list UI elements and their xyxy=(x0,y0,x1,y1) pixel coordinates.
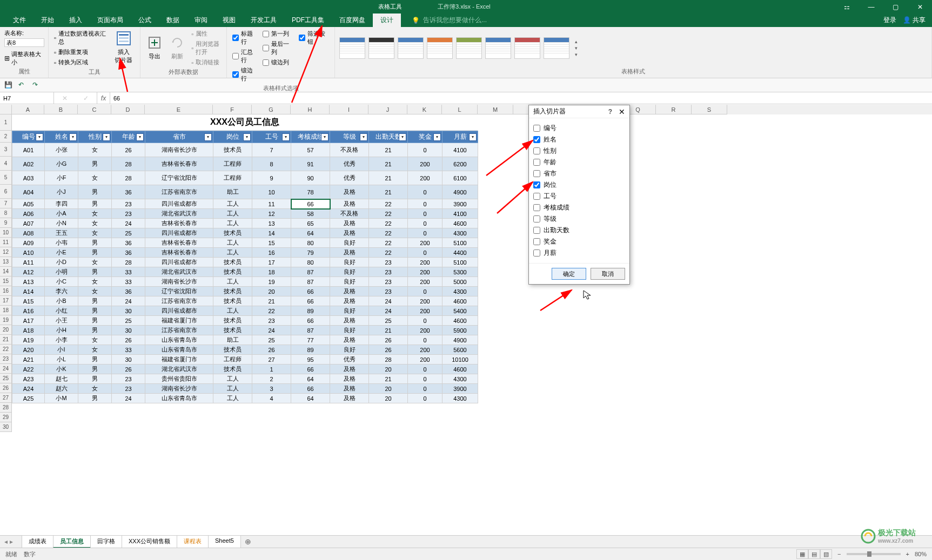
cell[interactable]: 赵七 xyxy=(45,374,78,384)
cell[interactable]: 25 xyxy=(112,316,145,326)
col-header-M[interactable]: M xyxy=(478,105,513,114)
view-normal-icon[interactable]: ▦ xyxy=(796,549,808,559)
cell[interactable]: 15 xyxy=(252,238,291,248)
cell[interactable]: 技术员 xyxy=(213,316,252,326)
cell[interactable]: 贵州省贵阳市 xyxy=(145,374,213,384)
cell[interactable]: 女 xyxy=(78,143,112,157)
col-header-B[interactable]: B xyxy=(44,105,78,114)
cell[interactable]: 良好 xyxy=(330,326,369,335)
sheet-tab-3[interactable]: XXX公司销售额 xyxy=(122,535,177,548)
cell[interactable]: 80 xyxy=(291,238,330,248)
cell[interactable]: 湖南省长沙市 xyxy=(145,384,213,394)
cell[interactable]: 男 xyxy=(78,355,112,365)
cell[interactable]: 24 xyxy=(112,219,145,228)
filter-dropdown-icon[interactable]: ▾ xyxy=(469,133,477,141)
cell[interactable]: 23 xyxy=(252,316,291,326)
cell[interactable]: 技术员 xyxy=(213,345,252,355)
ribbon-tab-10[interactable]: 百度网盘 xyxy=(332,14,373,27)
cell[interactable]: 95 xyxy=(291,355,330,365)
cell[interactable]: 及格 xyxy=(330,316,369,326)
cell[interactable]: A11 xyxy=(12,258,45,267)
cell[interactable]: 女 xyxy=(78,228,112,238)
checkbox-icon[interactable] xyxy=(232,53,239,59)
checkbox-icon[interactable] xyxy=(533,193,540,200)
sheet-nav-prev-icon[interactable]: ◂ xyxy=(4,538,8,545)
cell[interactable]: A14 xyxy=(12,287,45,296)
cell[interactable]: 20 xyxy=(252,287,291,296)
col-header-H[interactable]: H xyxy=(291,105,330,114)
cell[interactable]: 辽宁省沈阳市 xyxy=(145,287,213,296)
cell[interactable]: 23 xyxy=(112,384,145,394)
slicer-field-2[interactable]: 性别 xyxy=(533,145,625,157)
cell[interactable]: 不及格 xyxy=(330,209,369,219)
checkbox-icon[interactable] xyxy=(263,31,269,37)
close-icon[interactable]: ✕ xyxy=(908,0,932,14)
cell[interactable]: A06 xyxy=(12,209,45,219)
cell[interactable]: 22 xyxy=(369,199,408,209)
cell[interactable]: 33 xyxy=(112,277,145,287)
dialog-close-icon[interactable]: ✕ xyxy=(619,107,625,116)
cell[interactable]: 16 xyxy=(252,248,291,258)
cell[interactable]: 5400 xyxy=(442,306,478,316)
cell[interactable]: 28 xyxy=(112,258,145,267)
table-header-10[interactable]: 奖金▾ xyxy=(408,131,442,143)
cell[interactable]: 吉林省长春市 xyxy=(145,157,213,171)
cell[interactable]: A25 xyxy=(12,394,45,403)
cell[interactable]: 女 xyxy=(78,209,112,219)
cell[interactable]: 2 xyxy=(252,374,291,384)
cell[interactable]: 200 xyxy=(408,157,442,171)
checkbox-icon[interactable] xyxy=(533,227,540,234)
cell[interactable]: 0 xyxy=(408,199,442,209)
cell[interactable]: 66 xyxy=(291,316,330,326)
ribbon-tab-5[interactable]: 数据 xyxy=(159,14,187,27)
cell[interactable]: 0 xyxy=(408,209,442,219)
row-header-8[interactable]: 8 xyxy=(0,208,12,218)
cell[interactable]: 助工 xyxy=(213,185,252,199)
cell[interactable]: 男 xyxy=(78,296,112,306)
cell[interactable]: 江苏省南京市 xyxy=(145,185,213,199)
checkbox-icon[interactable] xyxy=(533,159,540,166)
cell[interactable]: 及格 xyxy=(330,228,369,238)
cell[interactable]: 优秀 xyxy=(330,171,369,185)
filter-dropdown-icon[interactable]: ▾ xyxy=(321,133,328,141)
filter-dropdown-icon[interactable]: ▾ xyxy=(433,133,441,141)
table-style-thumb-3[interactable] xyxy=(427,37,453,59)
cell[interactable]: 技术员 xyxy=(213,143,252,157)
style-option-left-2[interactable]: 镶边行 xyxy=(231,66,258,83)
row-header-25[interactable]: 25 xyxy=(0,374,12,383)
cell[interactable]: 山东省青岛市 xyxy=(145,394,213,403)
row-header-13[interactable]: 13 xyxy=(0,257,12,267)
checkbox-icon[interactable] xyxy=(232,71,239,78)
cell[interactable]: 江苏省南京市 xyxy=(145,296,213,306)
cell[interactable]: 小韦 xyxy=(45,238,78,248)
style-option-left-0[interactable]: 标题行 xyxy=(231,29,258,46)
cell[interactable]: 男 xyxy=(78,248,112,258)
cell[interactable]: 女 xyxy=(78,287,112,296)
cell[interactable]: 工程师 xyxy=(213,171,252,185)
cell[interactable]: 0 xyxy=(408,384,442,394)
row-header-19[interactable]: 19 xyxy=(0,315,12,325)
cell[interactable]: 湖北省武汉市 xyxy=(145,209,213,219)
row-header-9[interactable]: 9 xyxy=(0,218,12,228)
row-header-11[interactable]: 11 xyxy=(0,238,12,247)
cell[interactable]: 66 xyxy=(291,296,330,306)
row-header-26[interactable]: 26 xyxy=(0,383,12,393)
style-option-filter-0[interactable]: 筛选按钮 xyxy=(298,29,330,46)
cell[interactable]: 24 xyxy=(369,306,408,316)
cell[interactable]: 5000 xyxy=(442,277,478,287)
cell[interactable]: 24 xyxy=(252,326,291,335)
cell[interactable]: 28 xyxy=(112,171,145,185)
cell[interactable]: 79 xyxy=(291,248,330,258)
tool-item-0[interactable]: ▫通过数据透视表汇总 xyxy=(53,29,109,46)
table-header-3[interactable]: 年龄▾ xyxy=(112,131,145,143)
cell[interactable]: 6200 xyxy=(442,157,478,171)
cell[interactable]: 4100 xyxy=(442,143,478,157)
cell[interactable]: 200 xyxy=(408,355,442,365)
zoom-slider[interactable] xyxy=(847,553,901,555)
cell[interactable]: 30 xyxy=(112,306,145,316)
row-header-12[interactable]: 12 xyxy=(0,247,12,257)
login-button[interactable]: 登录 xyxy=(883,16,896,25)
cell[interactable]: 26 xyxy=(252,345,291,355)
cell[interactable]: 5100 xyxy=(442,238,478,248)
cell[interactable]: 小M xyxy=(45,394,78,403)
